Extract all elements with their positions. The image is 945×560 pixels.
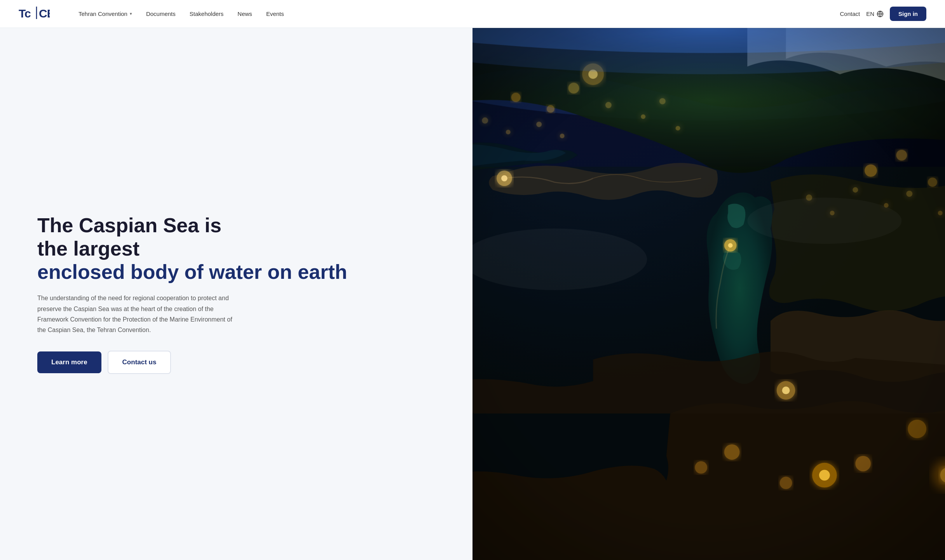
hero-title: The Caspian Sea is the largest enclosed … [37,214,441,283]
logo[interactable]: Tc CEO [19,5,50,23]
globe-icon [877,10,884,17]
navbar: Tc CEO Tehran Convention ▾ Documents Sta… [0,0,945,28]
hero-image-bg [472,28,945,560]
hero-section: The Caspian Sea is the largest enclosed … [0,28,945,560]
signin-button[interactable]: Sign in [890,7,926,21]
lang-label: EN [866,10,874,17]
hero-description: The understanding of the need for region… [37,293,239,335]
svg-text:CEO: CEO [39,7,50,20]
learn-more-button[interactable]: Learn more [37,351,101,373]
contact-us-button[interactable]: Contact us [108,351,171,374]
nav-item-news[interactable]: News [232,7,258,20]
nav-item-documents[interactable]: Documents [141,7,181,20]
hero-content: The Caspian Sea is the largest enclosed … [0,28,472,560]
svg-text:Tc: Tc [19,7,31,20]
chevron-down-icon: ▾ [130,11,132,16]
svg-rect-57 [472,28,945,560]
main-nav: Tehran Convention ▾ Documents Stakeholde… [73,7,289,20]
nav-item-stakeholders[interactable]: Stakeholders [184,7,229,20]
logo-svg: Tc CEO [19,5,50,21]
language-selector[interactable]: EN [866,10,884,17]
logo-tc: Tc CEO [19,5,50,23]
hero-image [472,28,945,560]
nav-item-events[interactable]: Events [261,7,289,20]
hero-buttons: Learn more Contact us [37,351,441,374]
contact-link[interactable]: Contact [840,10,860,17]
navbar-left: Tc CEO Tehran Convention ▾ Documents Sta… [19,5,289,23]
caspian-sea-illustration [472,28,945,560]
nav-item-tehran-convention[interactable]: Tehran Convention ▾ [73,7,138,20]
navbar-right: Contact EN Sign in [840,7,926,21]
